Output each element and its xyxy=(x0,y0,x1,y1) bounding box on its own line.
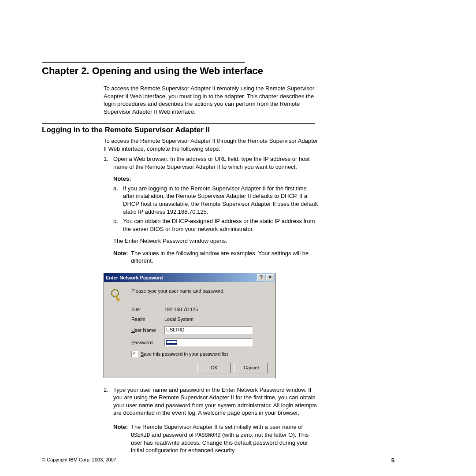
enter-network-password-dialog: Enter Network Password ? × Please type y… xyxy=(104,273,275,378)
save-password-row: Save this password in your password list xyxy=(131,351,269,357)
document-page: Chapter 2. Opening and using the Web int… xyxy=(42,62,434,454)
svg-rect-2 xyxy=(115,295,119,302)
step-2-note-body: The Remote Supervisor Adapter II is set … xyxy=(131,423,320,454)
note-b-text: You can obtain the DHCP-assigned IP addr… xyxy=(123,217,320,233)
note-mono-userid: USERID xyxy=(131,432,150,439)
dialog-titlebar: Enter Network Password ? × xyxy=(104,273,275,282)
section-title: Logging in to the Remote Supervisor Adap… xyxy=(42,126,434,134)
step-2-wrap: 2. Type your user name and password in t… xyxy=(104,386,320,454)
realm-value: Local System xyxy=(164,316,193,322)
copyright-text: © Copyright IBM Corp. 2003, 2007 xyxy=(42,457,116,464)
section-rule xyxy=(42,123,315,124)
chapter-rule xyxy=(42,62,245,63)
example-note: Note: The values in the following window… xyxy=(113,249,320,265)
dialog-body: Please type your user name and password.… xyxy=(104,282,275,378)
note-b: b. You can obtain the DHCP-assigned IP a… xyxy=(113,217,320,233)
note-a: a. If you are logging in to the Remote S… xyxy=(113,185,320,216)
step-2-note: Note: The Remote Supervisor Adapter II i… xyxy=(113,423,320,454)
username-row: User Name USERID xyxy=(131,326,269,334)
password-row: Password ████████ xyxy=(131,338,269,346)
cancel-button[interactable]: Cancel xyxy=(234,363,268,373)
step-2-text: Type your user name and password in the … xyxy=(113,387,317,416)
dialog-fields: Site: 192.168.70.125 Realm Local System … xyxy=(131,307,269,346)
save-password-label[interactable]: Save this password in your password list xyxy=(141,351,228,357)
after-notes-text: The Enter Network Password window opens. xyxy=(113,237,320,245)
password-mask: ████████ xyxy=(166,340,177,345)
ok-button[interactable]: OK xyxy=(197,363,231,373)
realm-label: Realm xyxy=(131,316,164,322)
password-input[interactable]: ████████ xyxy=(164,338,253,346)
page-footer: © Copyright IBM Corp. 2003, 2007 5 xyxy=(42,457,434,464)
dialog-title: Enter Network Password xyxy=(106,275,257,280)
notes-heading: Notes: xyxy=(113,175,320,183)
dialog-button-row: OK Cancel xyxy=(110,363,269,373)
password-label: Password xyxy=(131,340,164,345)
svg-rect-3 xyxy=(118,298,121,301)
close-button[interactable]: × xyxy=(266,274,274,281)
step-1: 1. Open a Web browser. In the address or… xyxy=(104,155,320,265)
site-value: 192.168.70.125 xyxy=(164,307,198,312)
note-text-1: The Remote Supervisor Adapter II is set … xyxy=(131,424,303,430)
dialog-prompt: Please type your user name and password. xyxy=(131,288,225,294)
step-1-text: Open a Web browser. In the address or UR… xyxy=(113,156,310,170)
site-row: Site: 192.168.70.125 xyxy=(131,307,269,312)
section-body: To access the Remote Supervisor Adapter … xyxy=(104,137,320,265)
dialog-screenshot: Enter Network Password ? × Please type y… xyxy=(104,273,275,378)
help-button[interactable]: ? xyxy=(257,274,265,281)
step-1-number: 1. xyxy=(104,155,113,265)
step-1-content: Open a Web browser. In the address or UR… xyxy=(113,155,320,265)
page-number: 5 xyxy=(391,457,394,464)
step-2-number: 2. xyxy=(104,386,113,454)
username-label: User Name xyxy=(131,327,164,333)
username-input[interactable]: USERID xyxy=(164,326,253,334)
example-note-text: The values in the following window are e… xyxy=(131,249,320,265)
realm-row: Realm Local System xyxy=(131,316,269,322)
chapter-intro: To access the Remote Supervisor Adapter … xyxy=(104,85,320,115)
step-2: 2. Type your user name and password in t… xyxy=(104,386,320,454)
dialog-prompt-row: Please type your user name and password. xyxy=(110,288,269,302)
step-2-note-label: Note: xyxy=(113,423,131,454)
note-mono-password: PASSW0RD xyxy=(195,432,221,439)
note-a-text: If you are logging in to the Remote Supe… xyxy=(123,185,320,216)
key-icon xyxy=(110,288,124,302)
note-b-letter: b. xyxy=(113,217,123,233)
intro-paragraph: To access the Remote Supervisor Adapter … xyxy=(104,85,320,115)
note-a-letter: a. xyxy=(113,185,123,216)
save-password-checkbox[interactable] xyxy=(131,351,138,357)
section-intro: To access the Remote Supervisor Adapter … xyxy=(104,137,320,152)
example-note-label: Note: xyxy=(113,249,131,265)
step-2-content: Type your user name and password in the … xyxy=(113,386,320,454)
note-text-2: and password of xyxy=(150,431,195,438)
site-label: Site: xyxy=(131,307,164,312)
chapter-title: Chapter 2. Opening and using the Web int… xyxy=(42,65,434,77)
